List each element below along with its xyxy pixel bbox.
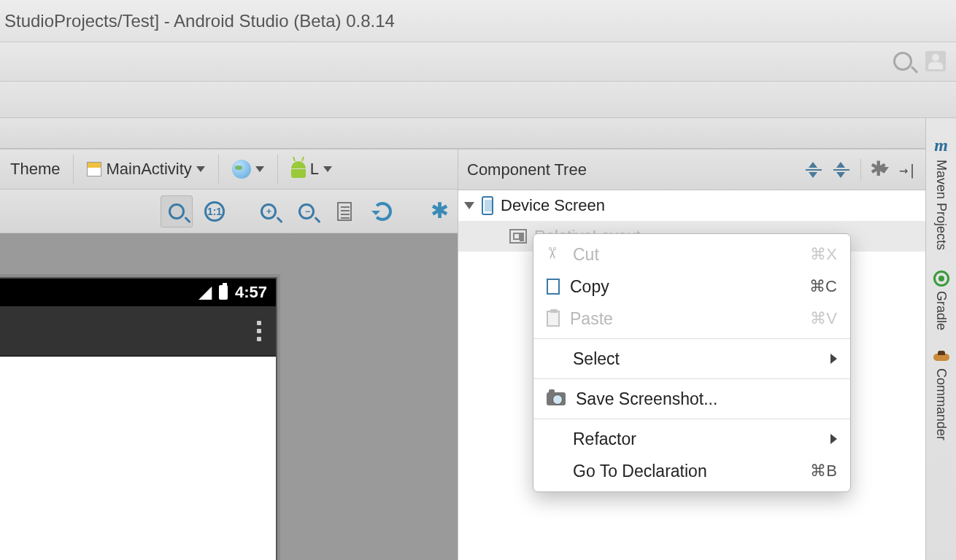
main-toolbar	[0, 42, 956, 82]
context-copy-shortcut: ⌘C	[809, 277, 837, 296]
expand-all-button[interactable]	[805, 161, 822, 179]
api-label: L	[310, 160, 319, 179]
context-select[interactable]: Select	[533, 343, 850, 375]
gear-icon	[871, 161, 879, 179]
paste-icon	[547, 311, 560, 327]
device-frame: ◢ 4:57	[0, 277, 277, 560]
maven-tool-tab[interactable]: m Maven Projects	[933, 136, 949, 250]
refresh-icon	[373, 202, 392, 221]
context-refactor-label: Refactor	[573, 429, 820, 449]
context-cut-shortcut: ⌘X	[810, 245, 837, 264]
menu-separator	[533, 419, 850, 419]
context-paste-label: Paste	[570, 309, 800, 329]
window-titlebar: StudioProjects/Test] - Android Studio (B…	[0, 0, 956, 42]
tree-node-label: Device Screen	[501, 196, 605, 215]
android-icon	[291, 161, 306, 178]
context-select-label: Select	[573, 349, 820, 369]
document-icon	[337, 202, 352, 221]
gradle-label: Gradle	[933, 291, 949, 330]
commander-icon	[933, 351, 949, 364]
device-icon	[482, 196, 493, 215]
theme-picker[interactable]: Theme	[6, 157, 64, 182]
overflow-menu-icon[interactable]	[257, 321, 261, 341]
zoom-out-icon: −	[298, 203, 315, 219]
context-copy[interactable]: Copy ⌘C	[533, 271, 850, 303]
component-tree-title: Component Tree	[467, 160, 587, 179]
context-paste: Paste ⌘V	[533, 303, 850, 335]
collapse-all-button[interactable]	[833, 161, 850, 179]
zoom-in-icon: +	[261, 203, 277, 219]
maven-label: Maven Projects	[933, 160, 949, 250]
separator	[218, 155, 219, 184]
activity-picker[interactable]: MainActivity	[82, 157, 209, 182]
device-action-bar	[0, 306, 276, 356]
commander-label: Commander	[933, 368, 949, 440]
context-cut: Cut ⌘X	[533, 238, 850, 271]
disclosure-triangle-icon[interactable]	[464, 202, 474, 209]
commander-tool-tab[interactable]: Commander	[933, 351, 949, 440]
window-title: StudioProjects/Test] - Android Studio (B…	[4, 11, 395, 31]
api-level-picker[interactable]: L	[287, 157, 336, 182]
layout-captions-button[interactable]	[328, 195, 361, 228]
zoom-out-button[interactable]: −	[290, 195, 323, 228]
gradle-icon	[933, 271, 949, 287]
activity-label: MainActivity	[106, 160, 191, 179]
gear-icon	[432, 202, 451, 221]
globe-icon	[232, 160, 251, 179]
separator	[277, 155, 278, 184]
hide-panel-button[interactable]: →|	[899, 161, 917, 179]
tree-node-device-screen[interactable]: Device Screen	[458, 190, 925, 221]
render-settings-button[interactable]	[425, 195, 458, 228]
context-refactor[interactable]: Refactor	[533, 423, 850, 455]
layout-preview-canvas[interactable]: ◢ 4:57	[0, 233, 458, 560]
right-tool-strip: m Maven Projects Gradle Commander	[925, 118, 956, 560]
zoom-actual-button[interactable]: 1:1	[198, 195, 231, 228]
menu-separator	[533, 378, 850, 379]
zoom-fit-button[interactable]	[161, 195, 193, 228]
chevron-down-icon	[255, 166, 264, 172]
one-to-one-icon: 1:1	[204, 201, 225, 222]
submenu-arrow-icon	[830, 354, 837, 364]
context-cut-label: Cut	[573, 245, 800, 265]
wifi-icon: ◢	[199, 283, 212, 302]
secondary-toolbar	[0, 82, 956, 118]
search-icon[interactable]	[893, 52, 912, 71]
zoom-fit-icon	[169, 203, 185, 219]
activity-swatch-icon	[87, 162, 101, 176]
context-screenshot-label: Save Screenshot...	[576, 389, 837, 409]
camera-icon	[547, 392, 566, 405]
device-status-bar: ◢ 4:57	[0, 279, 276, 306]
layout-container-icon	[509, 229, 527, 244]
theme-label: Theme	[10, 160, 60, 179]
submenu-arrow-icon	[830, 434, 837, 444]
context-goto-shortcut: ⌘B	[810, 462, 837, 481]
refresh-button[interactable]	[366, 195, 398, 228]
collapse-all-icon	[833, 162, 849, 178]
profile-icon[interactable]	[925, 51, 946, 71]
locale-picker[interactable]	[228, 157, 269, 182]
tree-settings-button[interactable]	[871, 161, 889, 179]
context-goto-declaration[interactable]: Go To Declaration ⌘B	[533, 455, 850, 487]
chevron-down-icon	[323, 166, 332, 172]
device-content-area	[0, 356, 276, 560]
expand-all-icon	[806, 162, 822, 178]
context-goto-label: Go To Declaration	[573, 462, 800, 481]
context-menu: Cut ⌘X Copy ⌘C Paste ⌘V Select Save Scre…	[533, 233, 851, 492]
context-copy-label: Copy	[570, 277, 799, 297]
maven-icon: m	[934, 136, 948, 155]
zoom-in-button[interactable]: +	[253, 195, 285, 228]
designer-view-toolbar: 1:1 + −	[0, 190, 458, 233]
separator	[73, 155, 74, 184]
gradle-tool-tab[interactable]: Gradle	[933, 271, 949, 330]
copy-icon	[547, 279, 560, 295]
cut-icon	[547, 246, 563, 262]
status-time: 4:57	[235, 283, 267, 302]
battery-icon	[219, 285, 228, 300]
context-screenshot[interactable]: Save Screenshot...	[533, 383, 850, 415]
context-paste-shortcut: ⌘V	[810, 309, 837, 328]
designer-config-toolbar: Theme MainActivity L	[0, 149, 458, 190]
component-tree-header: Component Tree →|	[458, 149, 925, 190]
separator	[860, 159, 861, 181]
menu-separator	[533, 338, 850, 339]
tertiary-toolbar	[0, 118, 956, 149]
